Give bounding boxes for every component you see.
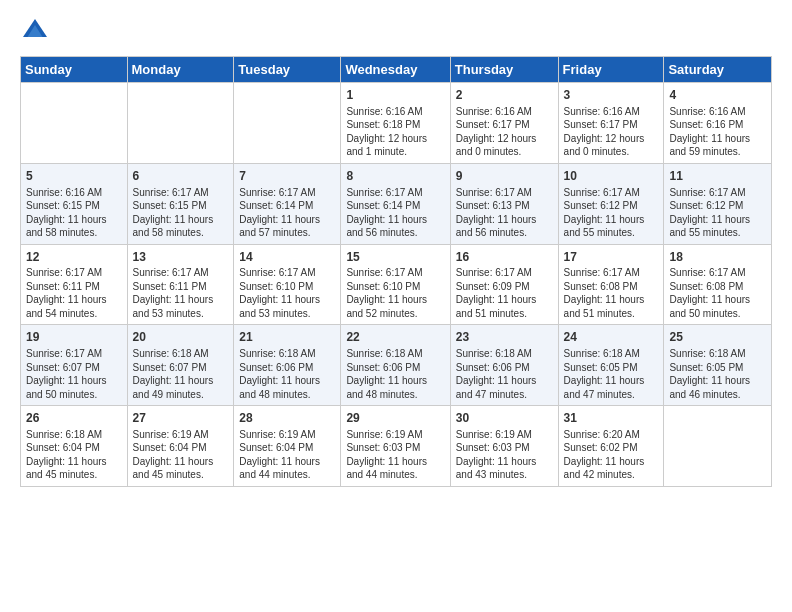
calendar-header: SundayMondayTuesdayWednesdayThursdayFrid… [21,57,772,83]
day-info: Sunrise: 6:17 AM Sunset: 6:08 PM Dayligh… [564,266,659,320]
day-header-saturday: Saturday [664,57,772,83]
day-info: Sunrise: 6:17 AM Sunset: 6:11 PM Dayligh… [26,266,122,320]
calendar-cell: 14Sunrise: 6:17 AM Sunset: 6:10 PM Dayli… [234,244,341,325]
calendar-cell: 23Sunrise: 6:18 AM Sunset: 6:06 PM Dayli… [450,325,558,406]
calendar-cell: 27Sunrise: 6:19 AM Sunset: 6:04 PM Dayli… [127,406,234,487]
calendar-cell: 19Sunrise: 6:17 AM Sunset: 6:07 PM Dayli… [21,325,128,406]
day-header-wednesday: Wednesday [341,57,450,83]
day-info: Sunrise: 6:16 AM Sunset: 6:16 PM Dayligh… [669,105,766,159]
calendar-cell: 15Sunrise: 6:17 AM Sunset: 6:10 PM Dayli… [341,244,450,325]
day-info: Sunrise: 6:16 AM Sunset: 6:18 PM Dayligh… [346,105,444,159]
day-info: Sunrise: 6:18 AM Sunset: 6:05 PM Dayligh… [564,347,659,401]
calendar-cell: 22Sunrise: 6:18 AM Sunset: 6:06 PM Dayli… [341,325,450,406]
day-number: 14 [239,249,335,266]
day-info: Sunrise: 6:17 AM Sunset: 6:12 PM Dayligh… [564,186,659,240]
calendar-cell: 28Sunrise: 6:19 AM Sunset: 6:04 PM Dayli… [234,406,341,487]
day-info: Sunrise: 6:17 AM Sunset: 6:09 PM Dayligh… [456,266,553,320]
day-info: Sunrise: 6:20 AM Sunset: 6:02 PM Dayligh… [564,428,659,482]
day-number: 23 [456,329,553,346]
calendar-week-2: 5Sunrise: 6:16 AM Sunset: 6:15 PM Daylig… [21,163,772,244]
calendar-cell: 3Sunrise: 6:16 AM Sunset: 6:17 PM Daylig… [558,83,664,164]
day-number: 12 [26,249,122,266]
day-info: Sunrise: 6:18 AM Sunset: 6:05 PM Dayligh… [669,347,766,401]
day-number: 9 [456,168,553,185]
calendar-cell: 4Sunrise: 6:16 AM Sunset: 6:16 PM Daylig… [664,83,772,164]
day-number: 17 [564,249,659,266]
day-info: Sunrise: 6:17 AM Sunset: 6:07 PM Dayligh… [26,347,122,401]
day-info: Sunrise: 6:17 AM Sunset: 6:13 PM Dayligh… [456,186,553,240]
day-number: 27 [133,410,229,427]
calendar-week-4: 19Sunrise: 6:17 AM Sunset: 6:07 PM Dayli… [21,325,772,406]
day-info: Sunrise: 6:17 AM Sunset: 6:11 PM Dayligh… [133,266,229,320]
day-number: 16 [456,249,553,266]
calendar-cell: 6Sunrise: 6:17 AM Sunset: 6:15 PM Daylig… [127,163,234,244]
day-info: Sunrise: 6:16 AM Sunset: 6:15 PM Dayligh… [26,186,122,240]
day-number: 2 [456,87,553,104]
day-info: Sunrise: 6:18 AM Sunset: 6:06 PM Dayligh… [456,347,553,401]
day-header-tuesday: Tuesday [234,57,341,83]
calendar-week-1: 1Sunrise: 6:16 AM Sunset: 6:18 PM Daylig… [21,83,772,164]
day-header-monday: Monday [127,57,234,83]
day-info: Sunrise: 6:17 AM Sunset: 6:14 PM Dayligh… [346,186,444,240]
calendar-cell: 18Sunrise: 6:17 AM Sunset: 6:08 PM Dayli… [664,244,772,325]
calendar-cell [21,83,128,164]
day-number: 10 [564,168,659,185]
day-number: 22 [346,329,444,346]
day-header-sunday: Sunday [21,57,128,83]
day-number: 11 [669,168,766,185]
day-header-thursday: Thursday [450,57,558,83]
day-number: 7 [239,168,335,185]
calendar-cell: 2Sunrise: 6:16 AM Sunset: 6:17 PM Daylig… [450,83,558,164]
calendar-cell: 10Sunrise: 6:17 AM Sunset: 6:12 PM Dayli… [558,163,664,244]
header-row: SundayMondayTuesdayWednesdayThursdayFrid… [21,57,772,83]
day-number: 24 [564,329,659,346]
calendar-cell: 29Sunrise: 6:19 AM Sunset: 6:03 PM Dayli… [341,406,450,487]
day-number: 3 [564,87,659,104]
calendar-cell: 21Sunrise: 6:18 AM Sunset: 6:06 PM Dayli… [234,325,341,406]
day-info: Sunrise: 6:18 AM Sunset: 6:07 PM Dayligh… [133,347,229,401]
day-info: Sunrise: 6:18 AM Sunset: 6:06 PM Dayligh… [346,347,444,401]
day-info: Sunrise: 6:19 AM Sunset: 6:04 PM Dayligh… [133,428,229,482]
day-number: 6 [133,168,229,185]
calendar-cell: 26Sunrise: 6:18 AM Sunset: 6:04 PM Dayli… [21,406,128,487]
day-number: 13 [133,249,229,266]
day-number: 29 [346,410,444,427]
day-number: 21 [239,329,335,346]
day-info: Sunrise: 6:17 AM Sunset: 6:12 PM Dayligh… [669,186,766,240]
day-number: 20 [133,329,229,346]
day-info: Sunrise: 6:17 AM Sunset: 6:14 PM Dayligh… [239,186,335,240]
day-info: Sunrise: 6:19 AM Sunset: 6:03 PM Dayligh… [346,428,444,482]
calendar-cell: 17Sunrise: 6:17 AM Sunset: 6:08 PM Dayli… [558,244,664,325]
calendar-cell: 9Sunrise: 6:17 AM Sunset: 6:13 PM Daylig… [450,163,558,244]
calendar-cell: 11Sunrise: 6:17 AM Sunset: 6:12 PM Dayli… [664,163,772,244]
day-number: 4 [669,87,766,104]
day-number: 31 [564,410,659,427]
day-info: Sunrise: 6:17 AM Sunset: 6:15 PM Dayligh… [133,186,229,240]
calendar-cell: 24Sunrise: 6:18 AM Sunset: 6:05 PM Dayli… [558,325,664,406]
calendar-cell: 7Sunrise: 6:17 AM Sunset: 6:14 PM Daylig… [234,163,341,244]
day-number: 26 [26,410,122,427]
day-number: 18 [669,249,766,266]
logo-icon [20,16,50,46]
page: SundayMondayTuesdayWednesdayThursdayFrid… [0,0,792,612]
calendar-cell: 16Sunrise: 6:17 AM Sunset: 6:09 PM Dayli… [450,244,558,325]
calendar-cell: 8Sunrise: 6:17 AM Sunset: 6:14 PM Daylig… [341,163,450,244]
day-number: 5 [26,168,122,185]
day-info: Sunrise: 6:17 AM Sunset: 6:08 PM Dayligh… [669,266,766,320]
calendar-table: SundayMondayTuesdayWednesdayThursdayFrid… [20,56,772,487]
day-number: 30 [456,410,553,427]
day-header-friday: Friday [558,57,664,83]
calendar-cell [234,83,341,164]
day-number: 19 [26,329,122,346]
calendar-week-3: 12Sunrise: 6:17 AM Sunset: 6:11 PM Dayli… [21,244,772,325]
day-number: 1 [346,87,444,104]
header [20,16,772,46]
calendar-cell: 5Sunrise: 6:16 AM Sunset: 6:15 PM Daylig… [21,163,128,244]
calendar-cell [127,83,234,164]
calendar-cell: 31Sunrise: 6:20 AM Sunset: 6:02 PM Dayli… [558,406,664,487]
calendar-cell: 13Sunrise: 6:17 AM Sunset: 6:11 PM Dayli… [127,244,234,325]
day-info: Sunrise: 6:19 AM Sunset: 6:03 PM Dayligh… [456,428,553,482]
day-number: 15 [346,249,444,266]
day-info: Sunrise: 6:18 AM Sunset: 6:06 PM Dayligh… [239,347,335,401]
logo [20,16,54,46]
